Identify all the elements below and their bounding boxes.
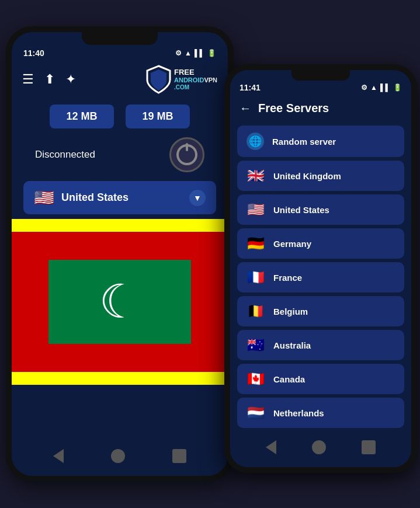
country-flag-left: 🇺🇸 — [34, 188, 54, 207]
server-name-us: United States — [273, 205, 329, 215]
server-item-nl[interactable]: 🇳🇱 Netherlands — [237, 398, 404, 428]
signal-icon: ▌▌ — [195, 49, 204, 57]
server-name-au: Australia — [273, 340, 311, 350]
server-item-us[interactable]: 🇺🇸 United States — [237, 194, 404, 225]
back-nav-icon[interactable] — [53, 449, 64, 463]
connection-area: Disconnected — [12, 131, 228, 178]
logo-shield-icon — [145, 65, 172, 94]
flag-ca: 🇨🇦 — [247, 371, 265, 387]
time-right: 11:41 — [239, 83, 261, 92]
status-bar-right: 11:41 ⚙ ▲ ▌▌ 🔋 — [230, 81, 411, 95]
share-icon[interactable]: ⬆ — [44, 72, 55, 87]
battery-icon-right: 🔋 — [393, 83, 402, 92]
recents-nav-icon[interactable] — [172, 449, 186, 463]
logo-area: FREE ANDROIDVPN .COM — [145, 65, 217, 94]
battery-icon: 🔋 — [207, 49, 216, 57]
server-item-de[interactable]: 🇩🇪 Germany — [237, 228, 404, 259]
server-name-be: Belgium — [273, 307, 308, 316]
server-item-uk[interactable]: 🇬🇧 United Kingdom — [237, 161, 404, 191]
chevron-down-icon[interactable]: ▼ — [189, 190, 206, 206]
server-item-ca[interactable]: 🇨🇦 Canada — [237, 364, 404, 394]
server-item-fr[interactable]: 🇫🇷 France — [237, 262, 404, 293]
nav-buttons-right — [230, 434, 411, 460]
favorite-icon[interactable]: ✦ — [65, 72, 76, 87]
back-nav-icon-right[interactable] — [266, 440, 276, 454]
download-stat: 12 MB — [50, 105, 114, 128]
nav-bar-left — [12, 439, 228, 476]
flag-fr: 🇫🇷 — [247, 269, 265, 286]
phone-right-notch — [291, 70, 350, 81]
server-name-random: Random server — [272, 137, 336, 147]
power-icon — [176, 144, 197, 165]
flag-uk: 🇬🇧 — [247, 168, 265, 184]
server-item-au[interactable]: 🇦🇺 Australia — [237, 330, 404, 360]
nav-buttons-left — [12, 443, 228, 469]
time-left: 11:40 — [23, 48, 44, 58]
wifi-icon-right: ▲ — [370, 83, 377, 92]
gear-icon: ⚙ — [175, 49, 182, 57]
recents-nav-icon-right[interactable] — [362, 440, 376, 454]
connection-status: Disconnected — [35, 149, 95, 161]
status-icons-left: ⚙ ▲ ▌▌ 🔋 — [175, 49, 216, 57]
server-name-uk: United Kingdom — [273, 171, 341, 181]
ad-content: ☽ — [12, 232, 228, 372]
server-item-random[interactable]: 🌐 Random server — [237, 126, 404, 157]
wifi-icon: ▲ — [185, 49, 192, 57]
phone-left-notch — [82, 32, 158, 45]
nav-bar-right — [230, 430, 411, 467]
phone-left: 11:40 ⚙ ▲ ▌▌ 🔋 ☰ ⬆ ✦ FREE ANDROIDVPN .CO… — [6, 26, 234, 482]
maldives-flag: ☽ — [44, 255, 196, 349]
server-name-nl: Netherlands — [273, 408, 324, 418]
upload-stat: 19 MB — [126, 105, 190, 128]
ad-banner-top — [12, 219, 228, 232]
server-item-be[interactable]: 🇧🇪 Belgium — [237, 296, 404, 326]
globe-icon: 🌐 — [247, 133, 264, 150]
status-bar-left: 11:40 ⚙ ▲ ▌▌ 🔋 — [12, 45, 228, 60]
flag-us: 🇺🇸 — [247, 201, 265, 218]
flag-de: 🇩🇪 — [247, 235, 265, 252]
toolbar-left: ☰ ⬆ ✦ FREE ANDROIDVPN .COM — [12, 60, 228, 99]
gear-icon-right: ⚙ — [361, 83, 367, 92]
signal-icon-right: ▌▌ — [380, 83, 390, 92]
menu-icon[interactable]: ☰ — [22, 72, 34, 87]
phone-right: 11:41 ⚙ ▲ ▌▌ 🔋 ← Free Servers 🌐 Random s… — [224, 64, 417, 473]
status-icons-right: ⚙ ▲ ▌▌ 🔋 — [361, 83, 402, 92]
crescent-icon: ☽ — [99, 279, 141, 325]
stats-row: 12 MB 19 MB — [12, 99, 228, 131]
server-name-ca: Canada — [273, 374, 305, 384]
flag-be: 🇧🇪 — [247, 303, 265, 319]
country-selector[interactable]: 🇺🇸 United States ▼ — [23, 181, 216, 214]
server-header: ← Free Servers — [230, 95, 411, 122]
home-nav-icon-right[interactable] — [312, 440, 326, 454]
country-name-left: United States — [61, 192, 182, 204]
flag-au: 🇦🇺 — [247, 337, 265, 353]
logo-text: FREE ANDROIDVPN .COM — [174, 68, 217, 92]
server-list-title: Free Servers — [258, 102, 329, 115]
ad-banner-bottom — [12, 372, 228, 385]
power-button[interactable] — [169, 137, 204, 172]
server-name-de: Germany — [273, 239, 311, 249]
server-list: 🌐 Random server 🇬🇧 United Kingdom 🇺🇸 Uni… — [230, 122, 411, 432]
home-nav-icon[interactable] — [111, 449, 125, 463]
flag-nl: 🇳🇱 — [247, 405, 265, 421]
server-name-fr: France — [273, 273, 302, 283]
back-button[interactable]: ← — [239, 102, 251, 115]
